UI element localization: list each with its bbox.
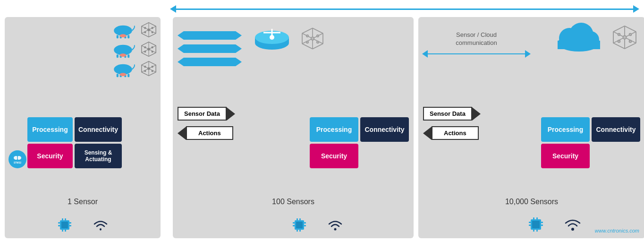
svg-rect-116 (299, 230, 301, 232)
svg-rect-83 (62, 230, 63, 232)
cloud-shape-icon (555, 22, 602, 52)
svg-rect-115 (297, 230, 298, 232)
svg-rect-82 (65, 218, 66, 220)
svg-point-103 (306, 35, 308, 36)
svg-point-102 (311, 37, 314, 40)
svg-line-58 (149, 61, 156, 65)
feature-processing-cloud: Processing (541, 117, 590, 142)
svg-point-2 (120, 26, 123, 29)
blue-arrow-pair-2 (178, 44, 242, 53)
sensor-data-label-cloud: Sensor Data (423, 107, 472, 121)
svg-rect-144 (533, 217, 534, 219)
panel-label-cloud: 10,000 Sensors (505, 198, 558, 206)
svg-point-21 (152, 27, 153, 29)
feature-sensing-1: Sensing & Actuating (75, 144, 122, 168)
svg-line-124 (625, 26, 636, 32)
svg-point-23 (152, 32, 153, 33)
svg-point-135 (629, 33, 632, 35)
svg-point-26 (120, 45, 123, 48)
labeled-arrows-cloud: Sensor Data Actions (423, 107, 481, 140)
animal-row-1 (110, 21, 158, 39)
sensor-data-arrow-gateway: Sensor Data (178, 107, 235, 121)
svg-point-85 (100, 228, 102, 230)
top-arrow-area (170, 4, 639, 14)
svg-rect-113 (297, 218, 298, 220)
bottom-icons-gateway (291, 216, 344, 233)
svg-point-46 (144, 51, 146, 52)
wifi-icon-gateway (327, 216, 344, 233)
svg-rect-55 (127, 74, 129, 77)
brain-icon-3 (140, 60, 158, 78)
feature-security-1: Security (27, 144, 73, 168)
svg-rect-142 (541, 222, 543, 223)
stm32-badge: STM32 (8, 150, 26, 168)
labeled-arrows-gateway: Sensor Data Actions (178, 107, 235, 140)
chip-icon-gateway (291, 216, 308, 233)
feature-grid-gateway: Processing Connectivity Security (310, 117, 409, 168)
svg-rect-108 (296, 222, 303, 228)
wifi-icon-sensor1 (92, 216, 109, 233)
svg-rect-139 (532, 221, 540, 228)
top-arrow-left-head (170, 5, 176, 13)
svg-point-44 (144, 47, 146, 48)
animal-row-3 (110, 60, 158, 78)
svg-line-98 (302, 28, 313, 33)
svg-rect-145 (536, 217, 538, 219)
actions-arrow-gateway: Actions (178, 126, 235, 140)
svg-point-117 (334, 228, 337, 231)
svg-point-19 (148, 29, 150, 31)
svg-point-69 (152, 66, 153, 68)
svg-point-50 (120, 65, 123, 68)
sensor-data-label-gateway: Sensor Data (178, 107, 227, 121)
cow-icon-3 (110, 60, 136, 78)
svg-point-51 (123, 65, 126, 68)
svg-rect-78 (58, 225, 60, 226)
cloud-comm-area: Sensor / Cloudcommunication (422, 31, 531, 58)
feature-grid-sensor1: Processing Connectivity Security Sensing… (27, 117, 122, 168)
svg-point-68 (144, 66, 146, 68)
chip-icon-cloud (527, 216, 545, 233)
svg-point-8 (120, 34, 127, 37)
svg-rect-76 (61, 222, 68, 228)
svg-point-134 (618, 33, 620, 35)
brain-icon-gateway (298, 26, 327, 52)
svg-line-63 (142, 61, 149, 65)
svg-point-105 (306, 41, 308, 43)
actions-label-gateway: Actions (186, 126, 233, 140)
svg-point-32 (120, 53, 127, 57)
svg-rect-52 (117, 74, 119, 77)
svg-point-56 (120, 73, 127, 76)
sensor-data-arrowhead-gateway (227, 107, 235, 121)
svg-line-13 (142, 34, 149, 37)
svg-point-91 (270, 35, 274, 40)
router-icon (253, 24, 291, 52)
actions-arrow-cloud: Actions (423, 126, 481, 140)
svg-rect-147 (536, 230, 538, 232)
svg-rect-114 (299, 218, 301, 220)
cloud-arrow-right-head (525, 50, 531, 58)
svg-point-106 (317, 41, 319, 43)
cow-icon-1 (110, 21, 136, 39)
svg-point-67 (148, 68, 150, 70)
actions-label-cloud: Actions (432, 126, 479, 140)
svg-line-61 (142, 72, 149, 76)
svg-point-27 (123, 45, 126, 48)
svg-rect-143 (541, 225, 543, 226)
brain-icon-2 (140, 40, 158, 58)
svg-rect-110 (293, 225, 295, 226)
svg-point-71 (152, 70, 153, 72)
feature-security-cloud: Security (541, 144, 590, 168)
svg-rect-109 (293, 222, 295, 224)
svg-point-43 (148, 48, 150, 51)
cloud-icons-area (555, 22, 641, 52)
svg-line-34 (149, 42, 156, 46)
bottom-icons-cloud (527, 216, 582, 233)
svg-point-148 (571, 228, 574, 231)
wifi-icon-cloud (564, 216, 582, 233)
panel-label-sensor1: 1 Sensor (68, 198, 98, 206)
brain-icon-cloud (608, 23, 641, 52)
panels-row: STM32 Processing Connectivity Security S… (5, 17, 639, 238)
svg-line-96 (302, 43, 313, 49)
cloud-arrow-line (428, 53, 525, 54)
svg-point-133 (623, 35, 626, 39)
